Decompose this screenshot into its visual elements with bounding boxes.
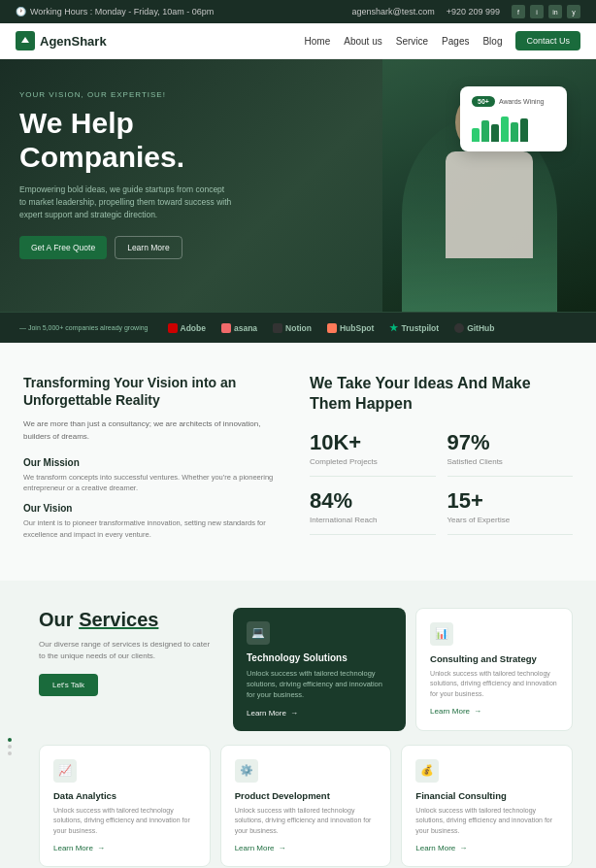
stat-completed-projects: 10K+ Completed Projects [310, 430, 436, 477]
navbar: AgenShark Home About us Service Pages Bl… [0, 23, 596, 59]
hubspot-logo: HubSpot [327, 323, 374, 333]
bottom-service-cards: 📈 Data Analytics Unlock success with tai… [39, 745, 573, 868]
service-icon: 💻 [247, 621, 270, 645]
hero-buttons: Get A Free Quote Learn More [19, 236, 330, 259]
transform-desc: We are more than just a consultancy; we … [23, 418, 286, 444]
facebook-icon[interactable]: f [512, 5, 525, 18]
services-title-underline: Services [79, 609, 158, 630]
stat-number: 97% [447, 430, 574, 455]
hero-card-badge: 50+ Awards Wining [472, 96, 555, 107]
service-icon: ⚙️ [235, 759, 258, 783]
award-badge: 50+ [472, 96, 495, 107]
side-pagination [8, 738, 12, 755]
service-card-consulting: 📊 Consulting and Strategy Unlock success… [415, 608, 573, 731]
service-text: Unlock success with tailored technology … [247, 668, 392, 701]
hero-title: We Help Companies. [19, 107, 330, 174]
stat-satisfied-clients: 97% Satisfied Clients [447, 430, 574, 477]
logo-icon [16, 31, 35, 50]
stat-number: 10K+ [310, 430, 436, 455]
side-dot[interactable] [8, 751, 12, 755]
nav-service[interactable]: Service [396, 36, 428, 47]
service-name: Product Development [235, 790, 378, 801]
get-quote-button[interactable]: Get A Free Quote [19, 236, 107, 259]
service-card-analytics: 📈 Data Analytics Unlock success with tai… [39, 745, 211, 868]
chart-bar [481, 120, 489, 142]
lets-talk-button[interactable]: Let's Talk [39, 674, 98, 696]
mission-title: Our Mission [23, 457, 286, 468]
award-label: Awards Wining [499, 98, 545, 105]
service-name: Consulting and Strategy [430, 653, 558, 664]
nav-home[interactable]: Home [305, 36, 331, 47]
service-text: Unlock success with tailored technology … [53, 806, 196, 837]
stats-grid: 10K+ Completed Projects 97% Satisfied Cl… [310, 430, 573, 535]
asana-logo: asana [221, 323, 257, 333]
transform-title: Transforming Your Vision into an Unforge… [23, 374, 286, 409]
hero-section: YOUR VISION, OUR EXPERTISE! We Help Comp… [0, 59, 596, 312]
notion-logo: Notion [273, 323, 312, 333]
clock-icon: 🕐 [16, 7, 26, 17]
stat-international-reach: 84% International Reach [310, 488, 436, 535]
linkedin-icon[interactable]: in [548, 5, 562, 18]
learn-more-link[interactable]: Learn More → [430, 707, 558, 716]
top-bar-right: agenshark@test.com +920 209 999 f i in y [352, 5, 581, 18]
services-header-left: Our Services Our diverse range of servic… [39, 608, 214, 696]
social-icons: f i in y [512, 5, 580, 18]
instagram-icon[interactable]: i [530, 5, 544, 18]
nav-links: Home About us Service Pages Blog Contact… [305, 31, 580, 50]
vision-text: Our intent is to pioneer transformative … [23, 517, 286, 540]
youtube-icon[interactable]: y [567, 5, 580, 18]
mission-text: We transform concepts into successful ve… [23, 472, 286, 494]
service-card-technology: 💻 Technology Solutions Unlock success wi… [233, 608, 406, 731]
learn-more-link[interactable]: Learn More → [235, 844, 378, 852]
phone-number: +920 209 999 [447, 7, 500, 17]
adobe-logo: Adobe [168, 323, 206, 333]
service-icon: 📈 [53, 759, 77, 783]
nav-blog[interactable]: Blog [482, 36, 502, 47]
learn-more-button[interactable]: Learn More [115, 236, 182, 259]
nav-about[interactable]: About us [344, 36, 381, 47]
learn-more-link[interactable]: Learn More → [415, 844, 558, 852]
service-name: Technology Solutions [247, 652, 392, 663]
services-title: Our Services [39, 608, 214, 631]
working-hours: Working Hours : Monday - Friday, 10am - … [30, 7, 214, 17]
services-title-text: Our [39, 609, 79, 630]
companies-bar: — Join 5,000+ companies already growing … [0, 312, 596, 343]
company-logos: Adobe asana Notion HubSpot ★ Trustpilot … [168, 322, 495, 333]
service-card-financial: 💰 Financial Consulting Unlock success wi… [401, 745, 573, 868]
transform-left: Transforming Your Vision into an Unforge… [23, 374, 286, 550]
learn-more-link[interactable]: Learn More → [247, 709, 392, 718]
service-icon: 📊 [430, 622, 453, 646]
hero-tag: YOUR VISION, OUR EXPERTISE! [19, 90, 330, 99]
logo[interactable]: AgenShark [16, 31, 107, 50]
chart-bar [472, 128, 480, 142]
stat-label: Satisfied Clients [447, 457, 574, 466]
transform-section: Transforming Your Vision into an Unforge… [0, 343, 596, 581]
stat-label: International Reach [310, 516, 436, 524]
chart-bar [501, 117, 509, 142]
github-logo: GitHub [454, 323, 494, 333]
contact-button[interactable]: Contact Us [515, 31, 580, 50]
ideas-title: We Take Your Ideas And Make Them Happen [310, 374, 573, 415]
service-name: Data Analytics [53, 790, 196, 801]
service-card-product: ⚙️ Product Development Unlock success wi… [220, 745, 392, 868]
person-body [446, 151, 533, 258]
stat-number: 15+ [447, 488, 574, 514]
nav-pages[interactable]: Pages [442, 36, 469, 47]
side-dot[interactable] [8, 738, 12, 742]
mini-chart [472, 113, 555, 142]
hero-award-card: 50+ Awards Wining [460, 86, 567, 151]
service-text: Unlock success with tailored technology … [415, 806, 558, 837]
top-bar: 🕐 Working Hours : Monday - Friday, 10am … [0, 0, 596, 23]
stat-number: 84% [310, 488, 436, 514]
chart-bar [491, 124, 499, 142]
service-text: Unlock success with tailored technology … [235, 806, 378, 837]
mission-block: Our Mission We transform concepts into s… [23, 457, 286, 494]
stat-label: Completed Projects [310, 457, 436, 466]
side-dot[interactable] [8, 745, 12, 749]
companies-label: — Join 5,000+ companies already growing [19, 324, 149, 331]
service-text: Unlock success with tailored technology … [430, 669, 558, 700]
learn-more-link[interactable]: Learn More → [53, 844, 196, 852]
trustpilot-logo: ★ Trustpilot [389, 322, 439, 333]
transform-right: We Take Your Ideas And Make Them Happen … [310, 374, 573, 550]
stat-years-expertise: 15+ Years of Expertise [447, 488, 574, 535]
